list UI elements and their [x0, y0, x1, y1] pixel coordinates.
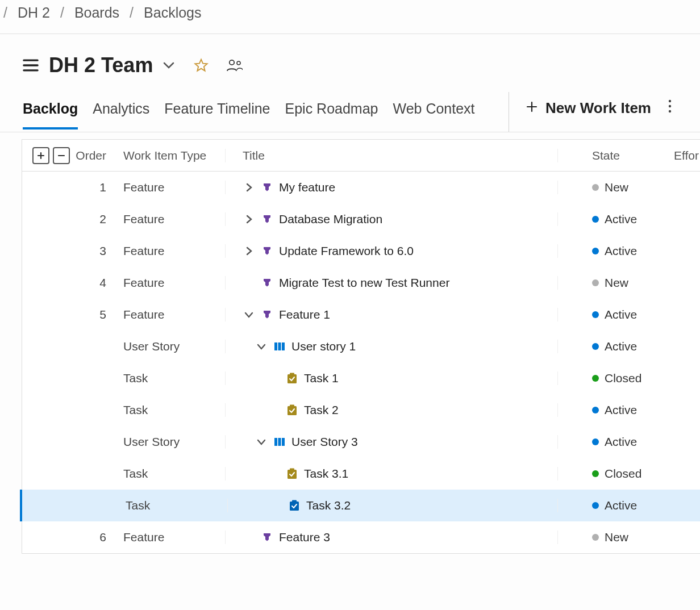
cell-state: Active	[605, 403, 637, 417]
col-header-order[interactable]: Order	[73, 149, 123, 162]
star-icon[interactable]	[194, 58, 209, 73]
chevron-right-icon[interactable]	[243, 214, 255, 224]
trophy-icon	[261, 277, 273, 289]
cell-title[interactable]: Feature 3	[279, 530, 330, 544]
cell-title[interactable]: Task 3.1	[304, 467, 348, 481]
book-icon	[273, 340, 286, 353]
table-row[interactable]: 2FeatureDatabase MigrationActive	[22, 203, 700, 235]
breadcrumb-item[interactable]: DH 2	[18, 5, 50, 21]
page-header: DH 2 Team	[0, 34, 700, 82]
tabs-row: BacklogAnalyticsFeature TimelineEpic Roa…	[0, 82, 700, 132]
state-dot-icon	[592, 534, 599, 541]
svg-rect-15	[288, 470, 297, 479]
cell-title[interactable]: User story 1	[291, 340, 356, 353]
table-row[interactable]: 4FeatureMigrate Test to new Test RunnerN…	[22, 267, 700, 299]
chevron-down-icon[interactable]	[243, 311, 255, 319]
clipboard-check-icon	[286, 467, 298, 480]
svg-rect-10	[288, 406, 297, 415]
cell-type: Feature	[123, 244, 226, 258]
people-icon[interactable]	[227, 59, 243, 72]
table-row[interactable]: User StoryUser Story 3Active	[22, 426, 700, 458]
table-row[interactable]: 3FeatureUpdate Framework to 6.0Active	[22, 235, 700, 267]
svg-rect-18	[292, 500, 297, 503]
table-row[interactable]: TaskTask 2Active	[22, 394, 700, 426]
breadcrumb-sep: /	[130, 5, 134, 21]
svg-rect-12	[274, 438, 277, 446]
state-dot-icon	[592, 248, 599, 254]
table-row[interactable]: 5FeatureFeature 1Active	[22, 299, 700, 331]
state-dot-icon	[592, 279, 599, 286]
state-dot-icon	[592, 407, 599, 413]
cell-order: 1	[73, 181, 123, 194]
cell-title[interactable]: Task 1	[304, 371, 339, 385]
col-header-title[interactable]: Title	[226, 149, 558, 162]
svg-rect-5	[274, 342, 277, 350]
collapse-all-button[interactable]	[53, 147, 70, 164]
state-dot-icon	[592, 470, 599, 477]
trophy-icon	[261, 245, 273, 257]
breadcrumb-item[interactable]: Boards	[74, 5, 119, 21]
breadcrumb-item[interactable]: Backlogs	[144, 5, 201, 21]
cell-order: 3	[73, 244, 123, 258]
cell-type: Task	[123, 403, 226, 417]
new-work-item-button[interactable]: New Work Item	[526, 99, 651, 125]
tab-analytics[interactable]: Analytics	[93, 95, 149, 129]
cell-title[interactable]: Task 2	[304, 403, 339, 417]
cell-title[interactable]: User Story 3	[291, 435, 358, 449]
chevron-down-icon[interactable]	[255, 342, 268, 350]
tab-epic-roadmap[interactable]: Epic Roadmap	[285, 95, 378, 129]
tab-feature-timeline[interactable]: Feature Timeline	[164, 95, 270, 129]
chevron-right-icon[interactable]	[243, 182, 255, 193]
tab-backlog[interactable]: Backlog	[23, 95, 78, 129]
chevron-right-icon[interactable]	[243, 246, 255, 256]
svg-rect-11	[290, 405, 294, 407]
cell-title[interactable]: Database Migration	[279, 212, 382, 226]
cell-type: Task	[123, 371, 226, 385]
trophy-icon	[261, 181, 273, 194]
clipboard-check-icon	[286, 372, 298, 385]
hamburger-icon[interactable]	[23, 59, 39, 72]
cell-state: Active	[605, 340, 637, 353]
divider	[509, 92, 509, 132]
state-dot-icon	[592, 502, 599, 509]
cell-title[interactable]: Migrate Test to new Test Runner	[279, 276, 449, 290]
table-row[interactable]: User StoryUser story 1Active	[22, 331, 700, 362]
cell-title[interactable]: Feature 1	[279, 308, 330, 321]
cell-state: Active	[605, 435, 637, 449]
svg-point-4	[669, 110, 671, 112]
state-dot-icon	[592, 375, 599, 382]
backlog-table: Order Work Item Type Title State Effor 1…	[22, 139, 700, 554]
team-name[interactable]: DH 2 Team	[49, 53, 153, 77]
cell-title[interactable]: Update Framework to 6.0	[279, 244, 414, 258]
cell-title[interactable]: My feature	[279, 181, 335, 194]
col-header-type[interactable]: Work Item Type	[123, 149, 226, 162]
col-header-state[interactable]: State	[558, 149, 672, 162]
cell-type: Task	[126, 499, 228, 512]
state-dot-icon	[592, 311, 599, 318]
table-row[interactable]: TaskTask 1Closed	[22, 362, 700, 394]
table-row[interactable]: TaskTask 3.2Active	[20, 490, 700, 521]
cell-type: Feature	[123, 181, 226, 194]
svg-rect-9	[290, 373, 294, 375]
expand-all-button[interactable]	[32, 147, 49, 164]
table-row[interactable]: TaskTask 3.1Closed	[22, 458, 700, 490]
state-dot-icon	[592, 343, 599, 350]
table-header: Order Work Item Type Title State Effor	[22, 140, 700, 172]
svg-rect-14	[282, 438, 285, 446]
more-menu-icon[interactable]	[651, 99, 677, 125]
cell-type: Feature	[123, 276, 226, 290]
clipboard-check-icon	[286, 404, 298, 416]
cell-order: 5	[73, 308, 123, 321]
chevron-down-icon[interactable]	[163, 61, 174, 69]
table-row[interactable]: 6FeatureFeature 3New	[22, 521, 700, 553]
table-row[interactable]: 1FeatureMy featureNew	[22, 172, 700, 203]
cell-type: Feature	[123, 212, 226, 226]
cell-title[interactable]: Task 3.2	[306, 499, 351, 512]
clipboard-check-icon	[288, 499, 301, 512]
cell-state: Active	[605, 499, 637, 512]
chevron-down-icon[interactable]	[255, 438, 268, 446]
col-header-effort[interactable]: Effor	[672, 149, 700, 162]
svg-rect-7	[282, 342, 285, 350]
tab-web-context[interactable]: Web Context	[393, 95, 475, 129]
cell-order: 6	[73, 530, 123, 544]
